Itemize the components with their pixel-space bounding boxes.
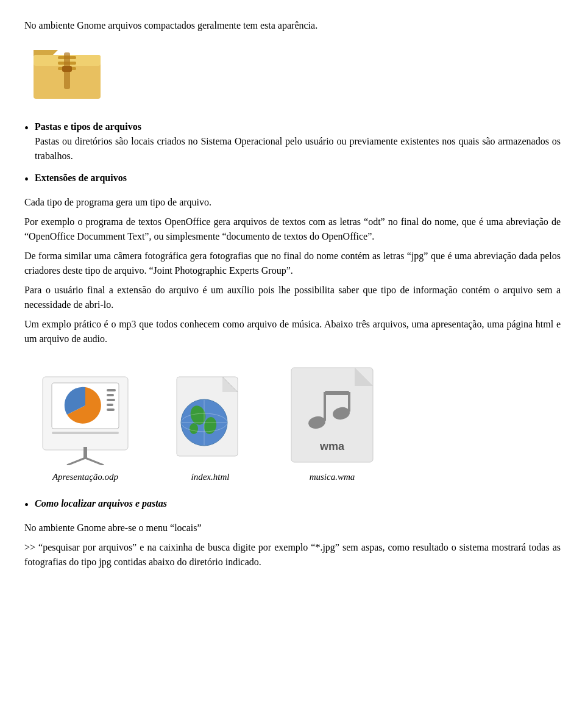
svg-line-17 [67,458,85,465]
bullet-pastas-text: Pastas e tipos de arquivos Pastas ou dir… [35,120,561,163]
bullet-localizar-item: • Como localizar arquivos e pastas [24,496,561,513]
section2-body2: Por exemplo o programa de textos OpenOff… [24,215,561,244]
file-icon-html: índex.html [171,374,250,484]
bullet-dot-3: • [24,496,29,513]
svg-rect-7 [62,66,72,72]
svg-point-26 [190,423,198,434]
svg-rect-13 [107,404,113,406]
svg-rect-12 [107,399,115,401]
section1-body: Pastas ou diretórios são locais criados … [35,136,561,161]
presentation-icon [37,374,134,465]
archive-folder-icon [30,39,104,103]
svg-rect-14 [107,409,115,411]
section2-body4: Para o usuário final a extensão do arqui… [24,283,561,312]
section3-body2: >> “pesquisar por arquivos” e na caixinh… [24,540,561,569]
svg-line-18 [85,458,104,465]
svg-rect-38 [325,391,349,395]
wma-file-icon: wma [286,365,378,465]
file-icons-row: Apresentação.odp [37,365,561,484]
section2-title: Extensões de arquivos [35,173,127,183]
bullet-extensoes-item: • Extensões de arquivos [24,171,561,188]
archive-icon-container [30,39,561,107]
html-file-icon [171,374,250,465]
svg-text:wma: wma [319,440,345,452]
bullet-extensoes-section: • Extensões de arquivos [24,171,561,188]
file2-label: índex.html [191,470,230,484]
bullet-dot-2: • [24,171,29,188]
section3-title: Como localizar arquivos e pastas [35,498,167,509]
svg-rect-11 [107,394,114,396]
svg-rect-15 [52,432,119,434]
section2-body5: Um exmplo prático é o mp3 que todos conh… [24,317,561,346]
intro-text: No ambiente Gnome arquivos compactados g… [24,18,561,33]
section1-title: Pastas e tipos de arquivos [35,121,141,132]
file3-label: musica.wma [310,470,355,484]
file-icon-presentation: Apresentação.odp [37,374,134,484]
bullet-extensoes-text: Extensões de arquivos [35,171,561,185]
bullet-pastas-section: • Pastas e tipos de arquivos Pastas ou d… [24,120,561,163]
file-icon-wma: wma musica.wma [286,365,378,484]
page-content: No ambiente Gnome arquivos compactados g… [24,18,561,569]
file1-label: Apresentação.odp [52,470,118,484]
bullet-pastas-item: • Pastas e tipos de arquivos Pastas ou d… [24,120,561,163]
bullet-dot: • [24,120,29,137]
bullet-localizar-section: • Como localizar arquivos e pastas [24,496,561,513]
section2-body1: Cada tipo de programa gera um tipo de ar… [24,195,561,210]
bullet-localizar-text: Como localizar arquivos e pastas [35,496,561,511]
section3-body1: No ambiente Gnome abre-se o menu “locais… [24,521,561,535]
svg-rect-10 [107,389,116,391]
svg-rect-16 [83,447,87,458]
section2-body3: De forma similar uma câmera fotográfica … [24,249,561,278]
